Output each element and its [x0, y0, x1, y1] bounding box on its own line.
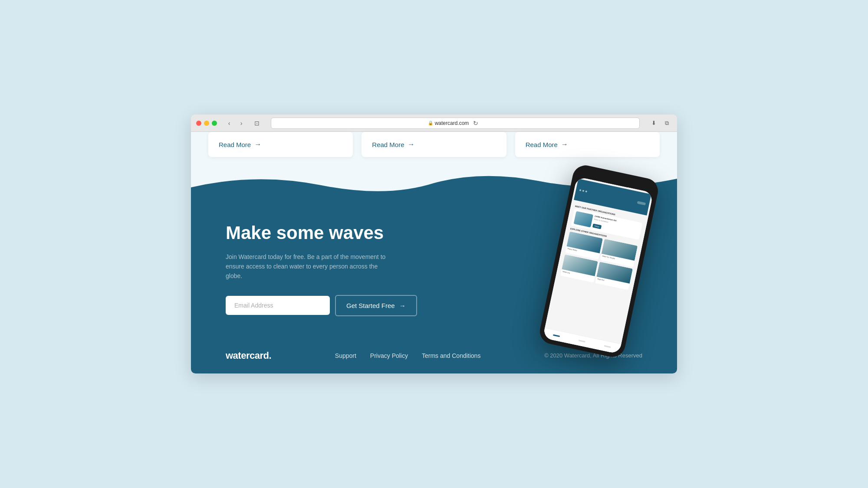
arrow-icon-1: →	[254, 141, 261, 148]
phone-dot-1	[579, 189, 582, 191]
minimize-button[interactable]	[204, 121, 209, 126]
phone-follow-btn: Follow	[592, 224, 602, 229]
read-more-label-2: Read More	[372, 141, 404, 148]
cta-section: Make some waves Join Watercard today for…	[191, 205, 677, 338]
phone-screen-content: MEET OUR PARTNER ORGANIZATIONS CARE Huma…	[542, 177, 653, 354]
toolbar-right: ⬇ ⧉	[648, 118, 672, 128]
footer-copyright: © 2020 Watercard, All Rights Reserved	[544, 352, 642, 359]
browser-window: ‹ › ⊡ 🔒 watercard.com ↻ ⬇ ⧉ Read More →	[191, 115, 677, 373]
phone-dot-3	[585, 190, 587, 193]
read-more-link-3[interactable]: Read More →	[526, 141, 649, 148]
phone-dot-2	[582, 190, 585, 192]
read-more-label-3: Read More	[526, 141, 558, 148]
read-more-link-2[interactable]: Read More →	[372, 141, 496, 148]
phone-nav-search	[579, 340, 585, 342]
cta-headline: Make some waves	[226, 222, 421, 244]
phone-header-dots	[579, 189, 587, 193]
phone-nav-profile	[604, 345, 611, 348]
read-more-label-1: Read More	[219, 141, 251, 148]
address-bar[interactable]: 🔒 watercard.com ↻	[271, 118, 640, 129]
phone-header-bar	[637, 201, 646, 206]
card-3: Read More →	[515, 132, 660, 157]
sidebar-button[interactable]: ⊡	[252, 118, 262, 128]
cta-form: Get Started Free →	[226, 295, 421, 316]
phone-card-image	[574, 211, 593, 228]
get-started-button[interactable]: Get Started Free →	[335, 295, 417, 316]
footer-privacy-link[interactable]: Privacy Policy	[370, 352, 408, 359]
forward-button[interactable]: ›	[236, 118, 247, 128]
nav-buttons: ‹ ›	[224, 118, 247, 128]
cta-text-block: Make some waves Join Watercard today for…	[226, 222, 421, 316]
phone-content-area: MEET OUR PARTNER ORGANIZATIONS CARE Huma…	[557, 200, 647, 293]
maximize-button[interactable]	[212, 121, 217, 126]
read-more-link-1[interactable]: Read More →	[219, 141, 342, 148]
cards-section: Read More → Read More → Read More →	[191, 132, 677, 170]
footer-support-link[interactable]: Support	[335, 352, 356, 359]
lock-icon: 🔒	[428, 121, 433, 125]
page-content: Read More → Read More → Read More →	[191, 132, 677, 373]
cta-description: Join Watercard today for free. Be a part…	[226, 252, 391, 281]
get-started-label: Get Started Free	[346, 302, 395, 309]
card-2: Read More →	[362, 132, 506, 157]
phone-nav-home	[553, 334, 560, 337]
get-started-arrow: →	[399, 302, 406, 309]
phone-mockup: MEET OUR PARTNER ORGANIZATIONS CARE Huma…	[556, 170, 642, 352]
download-button[interactable]: ⬇	[648, 118, 659, 128]
traffic-lights	[196, 121, 217, 126]
phone-outer: MEET OUR PARTNER ORGANIZATIONS CARE Huma…	[538, 163, 661, 359]
back-button[interactable]: ‹	[224, 118, 234, 128]
footer-logo: watercard.	[226, 350, 271, 361]
wave-section: Make some waves Join Watercard today for…	[191, 170, 677, 338]
card-1: Read More →	[208, 132, 353, 157]
phone-grid-item-3: Water.org	[560, 255, 598, 283]
footer-terms-link[interactable]: Terms and Conditions	[422, 352, 480, 359]
url-text: watercard.com	[435, 120, 469, 126]
arrow-icon-3: →	[561, 141, 568, 148]
email-input[interactable]	[226, 296, 330, 315]
footer-nav: Support Privacy Policy Terms and Conditi…	[335, 352, 481, 359]
share-button[interactable]: ⧉	[661, 118, 672, 128]
reload-button[interactable]: ↻	[470, 118, 481, 128]
browser-toolbar: ‹ › ⊡ 🔒 watercard.com ↻ ⬇ ⧉	[191, 115, 677, 132]
phone-grid-item-4: WaterAid	[595, 262, 633, 290]
arrow-icon-2: →	[408, 141, 415, 148]
phone-screen: MEET OUR PARTNER ORGANIZATIONS CARE Huma…	[542, 177, 653, 354]
close-button[interactable]	[196, 121, 201, 126]
